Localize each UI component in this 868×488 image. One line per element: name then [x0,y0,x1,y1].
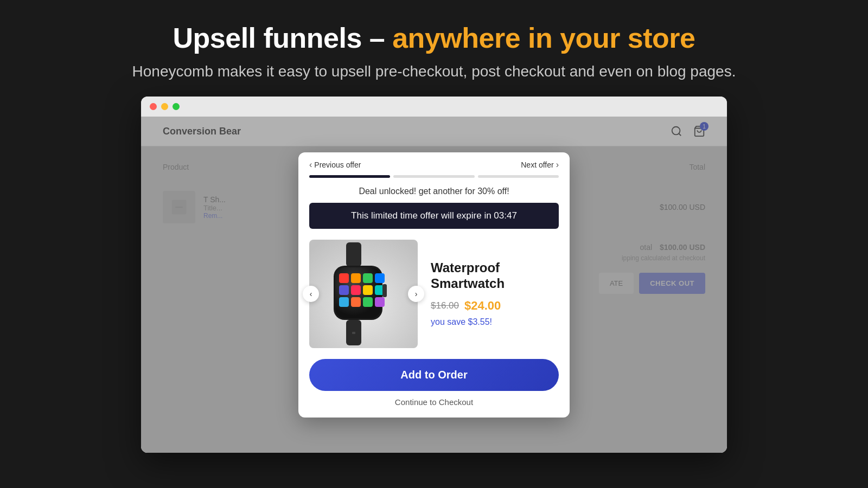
svg-rect-23 [352,332,355,334]
carousel-next-button[interactable]: › [408,286,424,302]
product-image [309,240,418,348]
price-row: $16.00 $24.00 [431,299,559,313]
svg-rect-19 [363,297,373,307]
prev-offer-button[interactable]: ‹ Previous offer [309,160,361,170]
product-section: ‹ [298,229,570,359]
chevron-left-icon: ‹ [309,160,312,170]
title-highlight: anywhere in your store [392,22,695,54]
svg-rect-10 [351,273,361,283]
svg-rect-9 [339,273,349,283]
progress-bar-1 [309,175,390,178]
price-original: $16.00 [431,300,459,311]
cta-section: Add to Order Continue to Checkout [298,359,570,418]
svg-rect-13 [339,285,349,295]
progress-bar-3 [478,175,559,178]
timer-banner: This limited time offer will expire in 0… [309,203,559,229]
upsell-modal: ‹ Previous offer Next offer › Deal unloc… [298,152,570,418]
carousel-prev-button[interactable]: ‹ [303,286,319,302]
store-page: Conversion Bear 1 [141,117,727,453]
maximize-icon[interactable] [173,103,180,110]
svg-rect-15 [363,285,373,295]
price-sale: $24.00 [464,299,501,313]
header-section: Upsell funnels – anywhere in your store … [0,0,868,97]
progress-bar-2 [393,175,474,178]
next-offer-button[interactable]: Next offer › [521,160,559,170]
main-title: Upsell funnels – anywhere in your store [11,22,857,54]
svg-rect-6 [346,242,361,267]
svg-rect-14 [351,285,361,295]
next-offer-label: Next offer [521,160,553,169]
continue-to-checkout-button[interactable]: Continue to Checkout [395,397,473,407]
svg-rect-20 [375,297,385,307]
image-carousel: ‹ [309,240,418,348]
svg-rect-11 [363,273,373,283]
deal-text: Deal unlocked! get another for 30% off! [298,178,570,203]
svg-rect-21 [382,284,387,297]
svg-rect-18 [351,297,361,307]
title-part1: Upsell funnels – [173,22,392,54]
browser-window: Conversion Bear 1 [141,97,727,453]
modal-overlay: ‹ Previous offer Next offer › Deal unloc… [141,117,727,453]
prev-offer-label: Previous offer [314,160,361,169]
subtitle: Honeycomb makes it easy to upsell pre-ch… [11,63,857,80]
add-to-order-button[interactable]: Add to Order [309,359,559,391]
progress-bars [298,170,570,178]
browser-titlebar [141,97,727,117]
savings-text: you save $3.55! [431,317,559,327]
chevron-right-icon: › [556,160,559,170]
svg-rect-17 [339,297,349,307]
close-icon[interactable] [150,103,157,110]
product-info: Waterproof Smartwatch $16.00 $24.00 you … [431,260,559,328]
minimize-icon[interactable] [161,103,168,110]
svg-rect-12 [375,273,385,283]
product-name: Waterproof Smartwatch [431,260,559,292]
modal-navigation: ‹ Previous offer Next offer › [298,152,570,170]
